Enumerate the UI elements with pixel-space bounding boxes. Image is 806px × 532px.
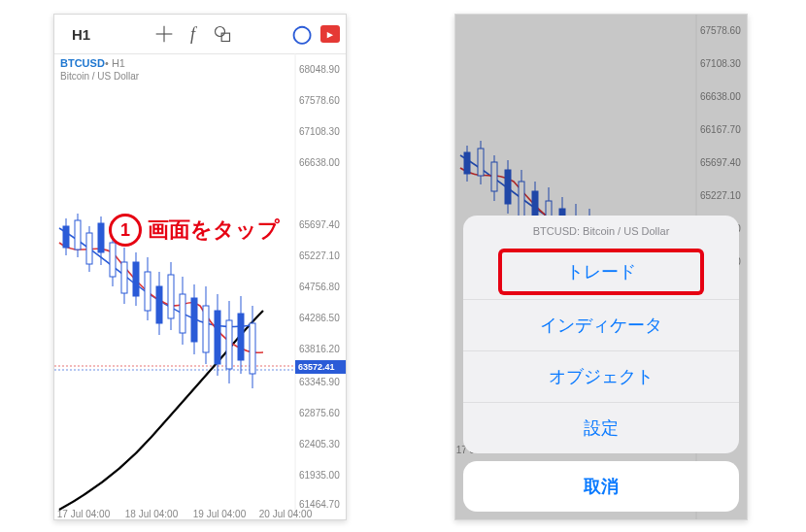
svg-text:18 Jul 04:00: 18 Jul 04:00 [125,509,179,519]
svg-text:61935.00: 61935.00 [299,470,340,481]
chart-toolbar: H1 f ◯ ▸ [54,15,346,54]
svg-text:17 Jul 04:00: 17 Jul 04:00 [57,509,111,519]
svg-rect-57 [238,314,244,360]
svg-text:68048.90: 68048.90 [299,64,340,75]
price-chart[interactable]: BTCUSD • H1 Bitcoin / US Dollar 68048.90… [54,53,346,519]
svg-rect-55 [226,320,232,369]
svg-rect-33 [98,223,104,252]
action-sheet: BTCUSD: Bitcoin / US Dollar トレード 2 インディケ… [463,216,739,512]
svg-text:63345.90: 63345.90 [299,377,340,387]
menu-item-settings[interactable]: 設定 [463,402,739,453]
svg-rect-51 [203,306,209,352]
svg-point-2 [215,27,224,37]
menu-item-indicator[interactable]: インディケータ [463,299,739,350]
menu-cancel-button[interactable]: 取消 [463,461,739,512]
phone-screenshot-2: 67578.60 67108.30 66638.00 66167.70 6569… [454,14,748,520]
svg-rect-29 [75,220,81,249]
live-badge-icon[interactable]: ▸ [320,25,340,43]
svg-rect-59 [250,323,255,374]
svg-rect-41 [145,272,151,311]
svg-rect-53 [215,311,220,364]
svg-rect-39 [133,262,139,296]
svg-text:66638.00: 66638.00 [299,157,340,168]
menu-item-object[interactable]: オブジェクト [463,350,739,402]
svg-text:64756.80: 64756.80 [299,282,340,292]
symbol-desc: Bitcoin / US Dollar [60,71,140,82]
svg-rect-35 [110,243,116,277]
action-sheet-group: BTCUSD: Bitcoin / US Dollar トレード 2 インディケ… [463,216,739,453]
svg-text:64286.50: 64286.50 [299,313,340,323]
symbol-code: BTCUSD [60,57,105,69]
annotation-number: 1 [109,214,142,247]
svg-rect-37 [121,262,127,293]
phone-screenshot-1: H1 f ◯ ▸ BTCUSD • H1 Bitcoin / US Dollar… [53,14,347,520]
svg-text:65697.40: 65697.40 [299,219,340,230]
svg-text:63572.41: 63572.41 [298,362,335,372]
svg-text:63816.20: 63816.20 [299,344,340,354]
annotation-1: 1 画面をタップ [109,214,280,247]
svg-rect-49 [191,298,197,342]
refresh-indicator-icon[interactable]: ◯ [287,19,317,49]
annotation-text: 画面をタップ [148,216,280,245]
y-axis: 68048.90 67578.60 67108.30 66638.00 6569… [299,64,340,510]
crosshair-icon[interactable] [150,19,179,49]
svg-rect-31 [86,233,92,264]
svg-rect-47 [180,294,185,333]
svg-rect-43 [156,286,162,323]
svg-text:19 Jul 04:00: 19 Jul 04:00 [193,509,247,519]
symbol-tf: • H1 [105,57,125,69]
svg-text:62405.30: 62405.30 [299,439,340,449]
svg-rect-27 [63,226,69,248]
svg-rect-45 [168,275,174,318]
svg-text:67108.30: 67108.30 [299,126,340,137]
svg-text:62875.60: 62875.60 [299,408,340,418]
menu-item-trade[interactable]: トレード [498,249,704,295]
timeframe-label[interactable]: H1 [64,24,98,45]
action-sheet-header: BTCUSD: Bitcoin / US Dollar [463,216,739,245]
svg-text:65227.10: 65227.10 [299,250,340,261]
svg-rect-3 [221,33,229,41]
svg-text:67578.60: 67578.60 [299,95,340,106]
shapes-icon[interactable] [208,19,237,49]
svg-text:20 Jul 04:00: 20 Jul 04:00 [259,509,313,519]
function-icon[interactable]: f [179,19,208,49]
